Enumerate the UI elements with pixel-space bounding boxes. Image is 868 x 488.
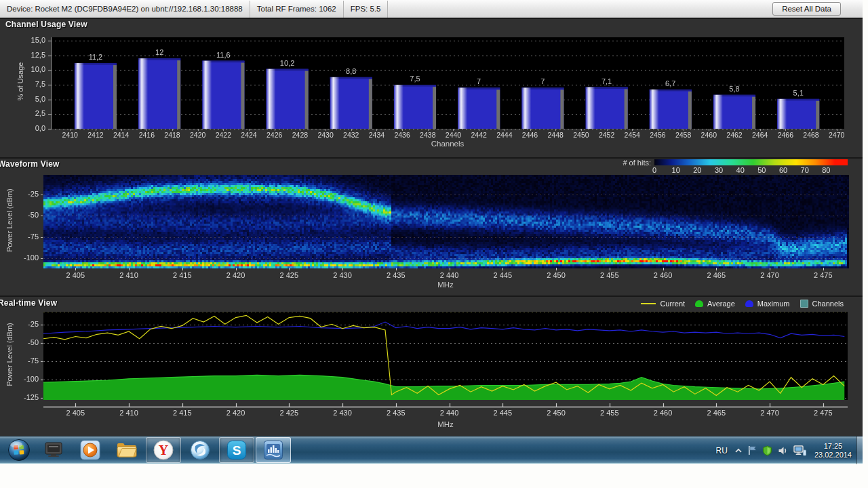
- hidden-icons-chevron-icon[interactable]: [734, 448, 743, 453]
- realtime-spectrum-canvas: [0, 296, 863, 436]
- reset-all-data-button[interactable]: Reset All Data: [772, 2, 841, 16]
- media-player-icon: [80, 440, 100, 460]
- svg-text:S: S: [233, 443, 241, 458]
- clock-date: 23.02.2014: [814, 451, 852, 460]
- waveform-ylabel: Power Level (dBm): [5, 173, 14, 268]
- svg-text:Y: Y: [159, 443, 169, 458]
- channels-swatch: [800, 300, 808, 308]
- maximum-swatch: [745, 300, 753, 307]
- windows-logo-icon: [7, 439, 31, 462]
- taskbar-item-yandex-browser[interactable]: Y: [146, 437, 181, 463]
- action-center-flag-icon[interactable]: [748, 445, 757, 455]
- waveform-spectrogram-canvas: [0, 157, 863, 296]
- legend-item-channels: Channels: [800, 300, 844, 308]
- swirl-sphere-icon: [190, 440, 210, 460]
- legend-item-average: Average: [695, 300, 735, 308]
- clock-time: 17:25: [814, 442, 852, 451]
- antivirus-status-icon[interactable]: [762, 445, 772, 456]
- spectrum-analyzer-icon: [263, 440, 283, 460]
- realtime-view-title: Real-time View: [0, 298, 57, 308]
- fps-indicator: FPS: 5.5: [344, 1, 389, 18]
- airview-application-window: Device: Rocket M2 (DC9FDB9A94E2) on ubnt…: [0, 0, 863, 464]
- yandex-browser-icon: Y: [153, 440, 174, 460]
- current-line-swatch: [641, 303, 656, 304]
- taskbar-item-spectrum-analyzer[interactable]: [256, 437, 291, 463]
- realtime-ylabel: Power Level (dBm): [5, 307, 14, 402]
- channel-usage-view-title: Channel Usage View: [5, 20, 87, 29]
- taskbar-clock[interactable]: 17:25 23.02.2014: [814, 442, 852, 460]
- language-indicator[interactable]: RU: [715, 446, 729, 455]
- show-desktop-button[interactable]: [856, 436, 863, 464]
- realtime-xlabel: MHz: [378, 420, 513, 428]
- waveform-xlabel: MHz: [378, 281, 513, 289]
- channel-usage-chart-canvas: [0, 18, 863, 157]
- folder-icon: [116, 441, 138, 460]
- volume-speaker-icon[interactable]: [778, 446, 788, 455]
- taskbar-item-media-player[interactable]: [73, 437, 108, 463]
- device-info: Device: Rocket M2 (DC9FDB9A94E2) on ubnt…: [0, 1, 250, 18]
- windows-taskbar: Y: [0, 436, 863, 464]
- network-status-icon[interactable]: [793, 445, 806, 456]
- presentation-screen-icon: [43, 441, 64, 459]
- start-button[interactable]: [3, 436, 35, 464]
- average-swatch: [695, 300, 703, 307]
- legend-item-maximum: Maximum: [745, 300, 790, 308]
- realtime-legend: Current Average Maximum Channels: [641, 300, 844, 308]
- skype-icon: S: [226, 440, 247, 460]
- system-tray: RU 17:2: [715, 436, 852, 464]
- hits-legend-label: # of hits:: [609, 159, 651, 167]
- channel-usage-xlabel: Channels: [380, 140, 515, 148]
- taskbar-item-browser-sphere[interactable]: [182, 437, 218, 463]
- status-bar: Device: Rocket M2 (DC9FDB9A94E2) on ubnt…: [0, 0, 863, 18]
- channel-usage-ylabel: % of Usage: [16, 34, 24, 129]
- waveform-view-title: Waveform View: [0, 159, 60, 169]
- legend-item-current: Current: [641, 300, 685, 308]
- total-rf-frames: Total RF Frames: 1062: [250, 1, 344, 18]
- taskbar-item-presentation-app[interactable]: [36, 437, 71, 463]
- taskbar-item-file-explorer[interactable]: [109, 437, 144, 463]
- taskbar-item-skype[interactable]: S: [219, 437, 254, 463]
